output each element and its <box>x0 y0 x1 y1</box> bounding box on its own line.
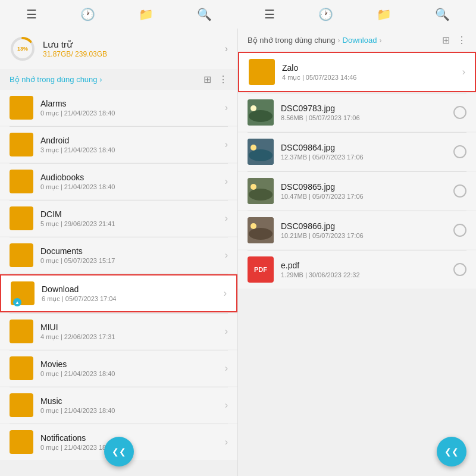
search-icon-left[interactable]: 🔍 <box>197 7 212 21</box>
right-file-meta: 4 mục | 05/07/2023 14:46 <box>282 74 462 82</box>
image-thumbnail <box>248 178 274 204</box>
folder-info: Download 6 mục | 05/07/2023 17:04 <box>42 284 224 303</box>
menu-icon-left[interactable]: ☰ <box>26 7 37 21</box>
left-folder-item[interactable]: Documents 0 mục | 05/07/2023 15:17› <box>0 237 237 273</box>
right-file-item[interactable]: DSC09866.jpg 10.21MB | 05/07/2023 17:06 <box>238 211 476 249</box>
right-panel: Bộ nhớ trong dùng chung › Download › ⊞ ⋮… <box>238 29 476 476</box>
right-file-item[interactable]: DSC09864.jpg 12.37MB | 05/07/2023 17:06 <box>238 133 476 171</box>
right-file-info: DSC09783.jpg 8.56MB | 05/07/2023 17:06 <box>281 104 449 121</box>
breadcrumb-actions: ⊞ ⋮ <box>442 35 466 46</box>
right-file-name: Zalo <box>282 63 462 73</box>
select-circle[interactable] <box>453 106 466 119</box>
right-file-item[interactable]: DSC09783.jpg 8.56MB | 05/07/2023 17:06 <box>238 93 476 131</box>
folder-arrow-icon-right: › <box>462 67 465 77</box>
folder-arrow-icon: › <box>225 139 228 150</box>
menu-icon-right[interactable]: ☰ <box>264 7 275 21</box>
folder-name: Notifications <box>40 433 225 443</box>
left-folder-item[interactable]: Android 3 mục | 21/04/2023 18:40› <box>0 127 237 162</box>
folder-meta: 4 mục | 22/06/2023 17:31 <box>40 333 225 341</box>
more-icon-right[interactable]: ⋮ <box>457 35 466 46</box>
left-folder-item[interactable]: Music 0 mục | 21/04/2023 18:40› <box>0 387 237 423</box>
main-content: 13% Lưu trữ 31.87GB/ 239.03GB › Bộ nhớ t… <box>0 29 476 476</box>
right-file-item[interactable]: Zalo 4 mục | 05/07/2023 14:46› <box>238 52 476 92</box>
breadcrumb-current: Download <box>343 36 377 45</box>
select-circle[interactable] <box>453 263 466 276</box>
folder-arrow-icon: › <box>225 363 228 374</box>
folder-name: Alarms <box>40 99 225 108</box>
folder-arrow-icon: › <box>224 288 227 299</box>
history-icon-right[interactable]: 🕐 <box>318 7 333 21</box>
select-circle[interactable] <box>453 145 466 158</box>
right-file-meta: 12.37MB | 05/07/2023 17:06 <box>281 154 449 161</box>
history-icon-left[interactable]: 🕐 <box>80 7 95 21</box>
top-nav: ☰ 🕐 📁 🔍 ☰ 🕐 📁 🔍 <box>0 0 476 29</box>
folder-name: Android <box>40 136 225 145</box>
left-folder-item[interactable]: MIUI 4 mục | 22/06/2023 17:31› <box>0 314 237 349</box>
breadcrumb: Bộ nhớ trong dùng chung › Download › ⊞ ⋮ <box>238 29 476 52</box>
folder-icon <box>10 133 33 156</box>
pdf-thumbnail: PDF <box>248 256 274 283</box>
svg-point-10 <box>250 184 256 190</box>
left-folder-item[interactable]: Audiobooks 0 mục | 21/04/2023 18:40› <box>0 164 237 199</box>
image-thumbnail <box>248 217 274 243</box>
folder-arrow-icon: › <box>225 326 228 337</box>
breadcrumb-parent: Bộ nhớ trong dùng chung <box>248 36 336 45</box>
folder-icon <box>11 281 35 305</box>
breadcrumb-chevron: › <box>379 36 381 45</box>
storage-title: Lưu trữ <box>43 39 225 50</box>
folder-info: Music 0 mục | 21/04/2023 18:40 <box>40 396 225 415</box>
storage-percent-label: 13% <box>17 46 28 52</box>
right-file-item[interactable]: DSC09865.jpg 10.47MB | 05/07/2023 17:06 <box>238 172 476 210</box>
more-icon-left[interactable]: ⋮ <box>218 74 228 85</box>
storage-bar[interactable]: 13% Lưu trữ 31.87GB/ 239.03GB › <box>0 29 237 69</box>
select-circle[interactable] <box>453 224 466 237</box>
folder-arrow-icon: › <box>225 102 228 113</box>
left-panel: 13% Lưu trữ 31.87GB/ 239.03GB › Bộ nhớ t… <box>0 29 238 476</box>
folder-name: Music <box>40 396 225 406</box>
right-file-meta: 10.47MB | 05/07/2023 17:06 <box>281 193 449 200</box>
left-folder-item[interactable]: Movies 0 mục | 21/04/2023 18:40› <box>0 350 237 386</box>
right-folder-icon <box>249 59 275 85</box>
folder-meta: 6 mục | 05/07/2023 17:04 <box>42 295 224 303</box>
right-file-name: e.pdf <box>281 261 449 270</box>
left-folder-item[interactable]: Alarms 0 mục | 21/04/2023 18:40› <box>0 90 237 126</box>
folder-arrow-icon: › <box>225 213 228 224</box>
folder-info: Documents 0 mục | 05/07/2023 15:17 <box>40 246 225 265</box>
fab-left[interactable]: ❮❮ <box>104 437 134 466</box>
right-file-name: DSC09866.jpg <box>281 221 449 231</box>
folder-info: MIUI 4 mục | 22/06/2023 17:31 <box>40 322 225 341</box>
storage-size: 31.87GB/ 239.03GB <box>43 50 225 58</box>
svg-point-12 <box>249 228 273 240</box>
folder-icon <box>10 206 33 230</box>
right-file-info: DSC09866.jpg 10.21MB | 05/07/2023 17:06 <box>281 221 449 239</box>
folder-meta: 3 mục | 21/04/2023 18:40 <box>40 146 225 154</box>
folder-icon-right[interactable]: 📁 <box>377 7 392 21</box>
left-file-list: Alarms 0 mục | 21/04/2023 18:40› Android… <box>0 90 237 476</box>
grid-icon-right[interactable]: ⊞ <box>442 35 450 46</box>
right-file-info: Zalo 4 mục | 05/07/2023 14:46 <box>282 63 462 82</box>
right-file-name: DSC09864.jpg <box>281 143 449 152</box>
folder-arrow-icon: › <box>225 250 228 261</box>
left-folder-item[interactable]: Download 6 mục | 05/07/2023 17:04› <box>0 274 237 312</box>
folder-meta: 5 mục | 29/06/2023 21:41 <box>40 220 225 228</box>
nav-right: ☰ 🕐 📁 🔍 <box>238 0 476 29</box>
right-file-meta: 1.29MB | 30/06/2023 22:32 <box>281 271 449 278</box>
folder-info: Movies 0 mục | 21/04/2023 18:40 <box>40 359 225 378</box>
image-thumbnail <box>248 99 274 126</box>
left-folder-item[interactable]: DCIM 5 mục | 29/06/2023 21:41› <box>0 201 237 236</box>
right-file-list: Zalo 4 mục | 05/07/2023 14:46› DSC09783.… <box>238 52 476 476</box>
grid-icon-left[interactable]: ⊞ <box>203 74 211 85</box>
svg-point-9 <box>249 189 273 201</box>
folder-icon-left[interactable]: 📁 <box>139 7 154 21</box>
right-file-info: e.pdf 1.29MB | 30/06/2023 22:32 <box>281 261 449 278</box>
svg-point-3 <box>249 110 273 122</box>
right-file-meta: 8.56MB | 05/07/2023 17:06 <box>281 114 449 121</box>
storage-circle: 13% <box>10 36 36 62</box>
right-file-info: DSC09865.jpg 10.47MB | 05/07/2023 17:06 <box>281 182 449 200</box>
breadcrumb-sep: › <box>338 36 340 45</box>
select-circle[interactable] <box>453 184 466 198</box>
right-file-item[interactable]: PDFe.pdf 1.29MB | 30/06/2023 22:32 <box>238 250 476 289</box>
folder-icon <box>10 243 33 267</box>
fab-right[interactable]: ❮❮ <box>437 437 466 466</box>
search-icon-right[interactable]: 🔍 <box>435 7 450 21</box>
